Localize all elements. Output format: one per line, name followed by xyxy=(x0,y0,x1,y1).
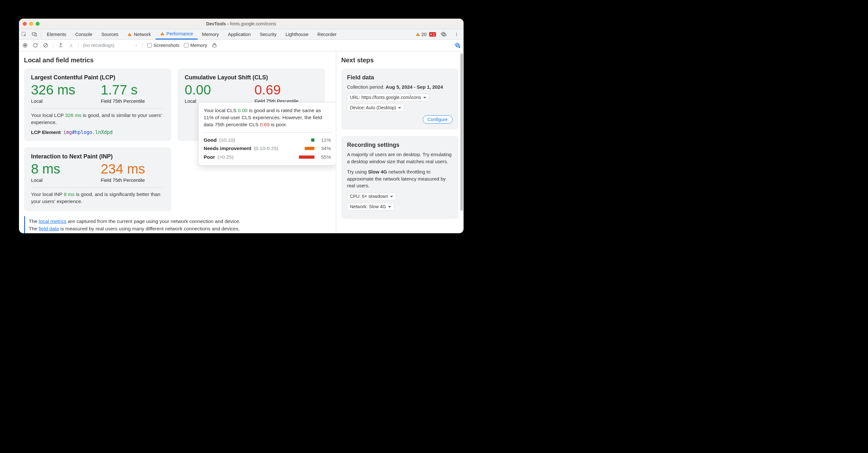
field-data-card: Field data Collection period: Aug 5, 202… xyxy=(341,68,459,130)
bar-ni xyxy=(305,147,314,150)
record-button[interactable] xyxy=(22,42,28,48)
panel-settings-icon[interactable] xyxy=(455,42,460,48)
recording-settings-card: Recording settings A majority of users a… xyxy=(341,136,459,219)
inp-title: Interaction to Next Paint (INP) xyxy=(31,153,164,160)
inspect-icon[interactable] xyxy=(19,29,29,39)
cls-field-value: 0.69 xyxy=(255,83,318,97)
tab-memory[interactable]: Memory xyxy=(198,29,223,39)
lcp-card: Largest Contentful Paint (LCP) 326 ms Lo… xyxy=(24,68,172,141)
collect-garbage-button[interactable] xyxy=(212,42,217,48)
local-metrics-link[interactable]: local metrics xyxy=(39,219,66,224)
url-select[interactable]: URL: https://fonts.google.com/icons xyxy=(347,94,429,101)
main-heading: Local and field metrics xyxy=(24,57,331,64)
close-button[interactable] xyxy=(23,22,27,26)
next-steps-panel: Next steps Field data Collection period:… xyxy=(336,52,464,233)
minimize-button[interactable] xyxy=(29,22,33,26)
tab-console[interactable]: Console xyxy=(71,29,97,39)
cls-local-value: 0.00 xyxy=(185,83,248,97)
inp-description: Your local INP 8 ms is good, and is sign… xyxy=(31,191,164,205)
field-data-link[interactable]: field data xyxy=(39,226,59,231)
inp-field-label: Field 75th Percentile xyxy=(101,177,164,183)
svg-rect-8 xyxy=(417,35,418,35)
more-menu-icon[interactable] xyxy=(452,31,462,37)
warning-icon xyxy=(127,32,132,37)
warning-icon xyxy=(416,32,420,37)
svg-rect-4 xyxy=(129,35,130,35)
network-throttle-select[interactable]: Network: Slow 4G xyxy=(347,203,394,211)
main-panel: Local and field metrics Largest Contentf… xyxy=(19,52,336,233)
cls-distribution-popover: Your local CLS 0.00 is good and is rated… xyxy=(198,102,336,165)
issues-warning-count[interactable]: 20 xyxy=(416,32,427,37)
settings-gear-icon[interactable] xyxy=(438,31,449,37)
svg-line-15 xyxy=(44,44,47,47)
performance-toolbar: (no recordings) Screenshots Memory xyxy=(19,40,464,52)
clear-button[interactable] xyxy=(43,42,49,48)
cls-title: Cumulative Layout Shift (CLS) xyxy=(185,74,318,81)
svg-rect-5 xyxy=(162,33,162,34)
lcp-field-value: 1.77 s xyxy=(101,83,164,97)
titlebar: DevTools - fonts.google.com/icons xyxy=(19,19,464,29)
scrollbar[interactable] xyxy=(460,53,463,227)
hist-row-poor: Poor (>0.25) 55% xyxy=(204,153,331,161)
inp-local-label: Local xyxy=(31,177,94,183)
hist-row-good: Good (≤0.10) 11% xyxy=(204,136,331,144)
tab-application[interactable]: Application xyxy=(223,29,255,39)
devtools-window: DevTools - fonts.google.com/icons Elemen… xyxy=(19,19,464,233)
recordings-dropdown[interactable]: (no recordings) xyxy=(83,43,138,48)
tab-recorder[interactable]: Recorder xyxy=(313,29,341,39)
inp-field-value: 234 ms xyxy=(101,162,164,176)
issues-error-count[interactable]: ×1 xyxy=(429,32,436,37)
tab-elements[interactable]: Elements xyxy=(42,29,71,39)
screenshots-checkbox[interactable]: Screenshots xyxy=(147,43,180,48)
download-button[interactable] xyxy=(68,42,74,48)
bar-good xyxy=(311,138,314,142)
svg-point-9 xyxy=(456,32,457,33)
warning-icon xyxy=(160,31,164,36)
title-url: fonts.google.com/icons xyxy=(230,21,276,26)
inp-card: Interaction to Next Paint (INP) 8 ms Loc… xyxy=(24,148,172,211)
upload-button[interactable] xyxy=(58,42,64,48)
svg-rect-6 xyxy=(162,34,162,35)
inp-local-value: 8 ms xyxy=(31,162,94,176)
tab-security[interactable]: Security xyxy=(255,29,281,39)
svg-rect-7 xyxy=(417,34,418,35)
device-select[interactable]: Device: Auto (Desktop) xyxy=(347,104,404,111)
zoom-button[interactable] xyxy=(36,22,39,26)
tab-network[interactable]: Network xyxy=(123,29,155,39)
reload-record-button[interactable] xyxy=(32,42,38,48)
lcp-title: Largest Contentful Paint (LCP) xyxy=(31,74,164,81)
lcp-local-value: 326 ms xyxy=(31,83,94,97)
traffic-lights xyxy=(23,22,58,26)
svg-point-11 xyxy=(456,35,457,36)
title-app: DevTools xyxy=(206,21,226,26)
memory-checkbox[interactable]: Memory xyxy=(184,43,207,48)
tab-sources[interactable]: Sources xyxy=(97,29,123,39)
svg-point-10 xyxy=(456,34,457,34)
cpu-throttle-select[interactable]: CPU: 6× slowdown xyxy=(347,192,396,200)
window-title: DevTools - fonts.google.com/icons xyxy=(58,21,424,26)
lcp-description: Your local LCP 326 ms is good, and is si… xyxy=(31,112,164,126)
side-heading: Next steps xyxy=(341,57,459,64)
device-toggle-icon[interactable] xyxy=(29,29,39,39)
devtools-tabbar: Elements Console Sources Network Perform… xyxy=(19,29,464,40)
hist-row-ni: Needs improvement (0.10-0.25) 34% xyxy=(204,144,331,153)
metrics-footnote: The local metrics are captured from the … xyxy=(24,216,331,233)
lcp-local-label: Local xyxy=(31,98,94,104)
svg-point-13 xyxy=(24,44,26,46)
bar-poor xyxy=(299,156,314,159)
lcp-field-label: Field 75th Percentile xyxy=(101,98,164,104)
lcp-element-row[interactable]: LCP Element img#hplogo.lnXdpd xyxy=(31,129,164,135)
svg-rect-2 xyxy=(35,33,36,36)
configure-button[interactable]: Configure xyxy=(423,115,453,124)
tab-performance[interactable]: Performance xyxy=(156,29,198,39)
svg-rect-3 xyxy=(129,34,130,35)
tab-lighthouse[interactable]: Lighthouse xyxy=(281,29,313,39)
scroll-thumb[interactable] xyxy=(460,53,463,211)
